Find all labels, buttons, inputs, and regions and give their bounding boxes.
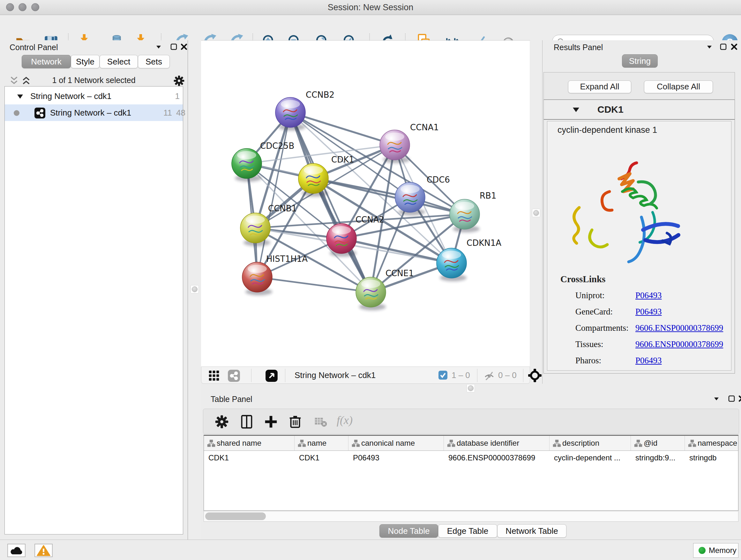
panel-maximize-icon[interactable]	[727, 394, 737, 403]
birds-eye-view-icon[interactable]	[528, 368, 542, 383]
memory-label: Memory	[709, 546, 737, 555]
table-settings-gear-icon[interactable]	[213, 414, 230, 430]
warning-icon	[35, 544, 52, 557]
table-cell[interactable]: stringdb	[689, 450, 738, 464]
column-header-canonical-name[interactable]: canonical name	[348, 436, 444, 450]
tab-network-table[interactable]: Network Table	[497, 524, 566, 538]
tree-expand-icon[interactable]	[16, 93, 24, 100]
crosslink-link[interactable]: 9606.ENSP00000378699	[635, 339, 723, 349]
toolbar-divider	[285, 369, 285, 382]
vertical-splitter-right[interactable]	[530, 40, 542, 384]
tab-string[interactable]: String	[622, 54, 658, 68]
grid-view-icon[interactable]	[208, 370, 220, 381]
column-type-icon	[447, 439, 455, 448]
panel-maximize-icon[interactable]	[719, 42, 728, 52]
table-cell[interactable]: P06493	[353, 450, 443, 464]
gear-icon[interactable]	[172, 74, 186, 87]
table-cell[interactable]: cyclin-dependent ...	[554, 450, 630, 464]
table-panel: Table Panel	[201, 393, 741, 540]
vertical-splitter-left[interactable]	[188, 40, 201, 540]
table-header-row: shared namenamecanonical namedatabase id…	[204, 436, 738, 451]
network-status-dot	[13, 110, 20, 117]
table-cell[interactable]: CDK1	[299, 450, 347, 464]
node-HIST1H1A[interactable]: HIST1H1A	[242, 254, 308, 295]
network-row-selected[interactable]: String Network – cdk1 11 48	[5, 105, 183, 121]
splitter-handle[interactable]	[532, 209, 540, 217]
crosslink-link[interactable]: 9606.ENSP00000378699	[635, 323, 723, 333]
main-toolbar: ?	[0, 15, 741, 41]
splitter-handle[interactable]	[467, 384, 475, 392]
tab-node-table[interactable]: Node Table	[380, 524, 438, 538]
protein-section-header[interactable]: CDK1	[544, 100, 735, 120]
node-label-CCNA1: CCNA1	[410, 123, 439, 132]
memory-button[interactable]: Memory	[693, 543, 738, 558]
table-cell[interactable]: stringdb:9...	[635, 450, 684, 464]
table-horizontal-scrollbar[interactable]	[204, 511, 738, 522]
network-tree: String Network – cdk1 1 String Network –…	[4, 86, 183, 535]
panel-float-icon[interactable]	[154, 42, 163, 52]
crosslink-link[interactable]: P06493	[635, 307, 662, 317]
edge-CCNB2-CCNA1[interactable]	[290, 112, 395, 145]
protein-structure-image	[562, 153, 683, 271]
splitter-handle[interactable]	[191, 285, 199, 294]
node-label-RB1: RB1	[480, 191, 496, 200]
horizontal-splitter[interactable]	[201, 384, 741, 393]
function-builder-icon-disabled: f(x)	[337, 414, 353, 427]
status-bar: Memory	[0, 540, 741, 560]
node-CCNA1[interactable]: CCNA1	[380, 123, 439, 163]
column-header-namespace[interactable]: namespace	[685, 436, 738, 450]
control-tab-network[interactable]: Network	[22, 55, 71, 68]
crosslink-label: Compartments:	[576, 323, 628, 333]
table-cell[interactable]: 9606.ENSP00000378699	[448, 450, 548, 464]
control-tab-select[interactable]: Select	[99, 55, 138, 68]
column-header-shared-name[interactable]: shared name	[204, 436, 294, 450]
cloud-status-button[interactable]	[7, 544, 25, 557]
collapse-all-button[interactable]: Collapse All	[644, 80, 713, 93]
edge-CCNA2-CDKN1A[interactable]	[341, 239, 452, 263]
node-CCNB1[interactable]: CCNB1	[240, 204, 297, 246]
control-tab-style[interactable]: Style	[71, 55, 99, 68]
panel-close-icon[interactable]	[737, 394, 741, 403]
edge-HIST1H1A-CCNE1[interactable]	[257, 277, 371, 292]
network-selection-status: 1 of 1 Network selected	[0, 76, 188, 85]
selected-nodes-checkbox[interactable]	[438, 370, 448, 381]
column-type-icon	[298, 439, 306, 448]
panel-close-icon[interactable]	[179, 42, 189, 52]
crosslink-link[interactable]: P06493	[635, 291, 662, 300]
column-header--id[interactable]: @id	[631, 436, 685, 450]
panel-maximize-icon[interactable]	[169, 42, 179, 52]
detach-view-icon[interactable]	[265, 369, 278, 382]
tab-edge-table[interactable]: Edge Table	[438, 524, 497, 538]
node-label-CCNE1: CCNE1	[386, 268, 414, 278]
network-collection-row[interactable]: String Network – cdk1 1	[5, 88, 183, 105]
column-header-database-identifier[interactable]: database identifier	[444, 436, 549, 450]
section-collapse-icon[interactable]	[572, 106, 580, 113]
node-RB1[interactable]: RB1	[450, 191, 496, 233]
expand-all-button[interactable]: Expand All	[568, 80, 631, 93]
control-tab-sets[interactable]: Sets	[138, 55, 170, 68]
edge-CCNB2-CCNE1[interactable]	[290, 112, 371, 292]
crosslink-label: GeneCard:	[576, 307, 613, 317]
node-CCNE1[interactable]: CCNE1	[356, 268, 414, 310]
memory-status-dot	[698, 547, 705, 554]
crosslink-link[interactable]: P06493	[635, 356, 662, 366]
table-toolbar: f(x)	[203, 409, 739, 434]
table-cell[interactable]: CDK1	[208, 450, 293, 464]
show-columns-icon[interactable]	[239, 414, 255, 430]
panel-close-icon[interactable]	[730, 42, 739, 52]
column-header-name[interactable]: name	[294, 436, 348, 450]
add-column-icon[interactable]	[263, 414, 279, 430]
scrollbar-thumb[interactable]	[205, 512, 266, 520]
network-view-icon[interactable]	[227, 369, 240, 382]
warnings-button[interactable]	[35, 544, 53, 557]
column-header-description[interactable]: description	[549, 436, 631, 450]
crosslink-label: Uniprot:	[576, 291, 605, 300]
delete-column-icon[interactable]	[287, 414, 304, 430]
node-CDKN1A[interactable]: CDKN1A	[436, 238, 501, 281]
network-view-canvas[interactable]: CCNB2CCNA1CDC25BCDK1CDC6RB1CCNB1CCNA2CDK…	[201, 40, 530, 367]
panel-float-icon[interactable]	[712, 394, 721, 403]
node-label-CDC6: CDC6	[427, 175, 450, 185]
string-network-graph[interactable]: CCNB2CCNA1CDC25BCDK1CDC6RB1CCNB1CCNA2CDK…	[201, 41, 530, 367]
panel-float-icon[interactable]	[704, 42, 714, 52]
node-CCNB2[interactable]: CCNB2	[275, 90, 334, 131]
